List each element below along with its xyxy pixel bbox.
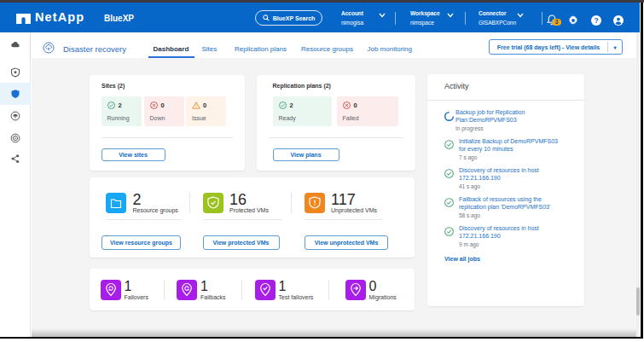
svg-text:?: ? — [594, 16, 598, 25]
